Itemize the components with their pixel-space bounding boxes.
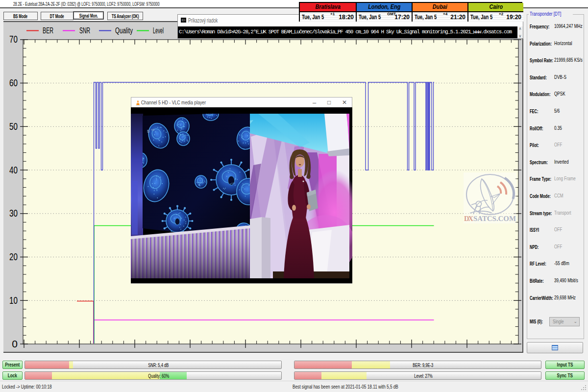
svg-text:DX: DX [464, 215, 474, 222]
svg-text:SATCS.COM: SATCS.COM [473, 215, 516, 222]
svg-text:Level: Level [153, 26, 164, 35]
svg-text:70: 70 [9, 33, 18, 45]
svg-text:30: 30 [9, 207, 18, 219]
svg-text:40: 40 [9, 164, 18, 175]
svg-text:5: 5 [147, 129, 149, 134]
svg-text:20: 20 [9, 251, 18, 262]
svg-text:BER: BER [43, 26, 53, 35]
svg-text:50: 50 [9, 121, 18, 132]
svg-text:10: 10 [9, 294, 18, 306]
svg-text:HD: HD [151, 128, 155, 131]
svg-text:SNR: SNR [79, 26, 90, 35]
svg-text:60: 60 [9, 77, 18, 88]
svg-text:0: 0 [12, 338, 18, 349]
svg-text:Quality: Quality [115, 26, 133, 35]
